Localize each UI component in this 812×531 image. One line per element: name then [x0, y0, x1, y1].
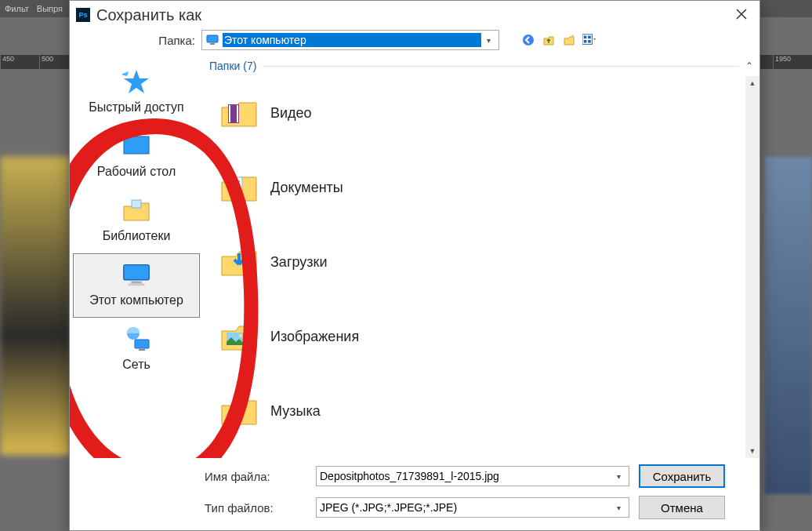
menu-item[interactable]: Фильт	[5, 4, 29, 13]
svg-rect-10	[132, 200, 141, 208]
svg-rect-19	[237, 105, 238, 122]
chevron-down-icon: ▾	[611, 472, 625, 481]
close-icon	[736, 7, 747, 24]
places-desktop[interactable]: Рабочий стол	[70, 125, 203, 189]
chevron-down-icon: ▾	[611, 504, 625, 512]
file-list[interactable]: Видео Документы Загрузки	[203, 76, 759, 458]
desktop-icon	[121, 132, 152, 160]
places-network[interactable]: Сеть	[70, 318, 203, 382]
dialog-title: Сохранить как	[96, 6, 730, 24]
svg-rect-15	[135, 340, 149, 348]
collapse-chevron-icon[interactable]: ⌃	[745, 60, 753, 71]
filename-input[interactable]: Depositphotos_71739891_l-2015.jpg ▾	[316, 466, 629, 486]
libraries-icon	[121, 196, 152, 224]
dialog-footer: Имя файла: Depositphotos_71739891_l-2015…	[70, 458, 759, 530]
folder-documents[interactable]: Документы	[203, 151, 759, 225]
group-header-label: Папки (7)	[209, 60, 256, 72]
dialog-toolbar: Папка: Этот компьютер ▾	[70, 29, 759, 56]
folder-dropdown-value: Этот компьютер	[223, 33, 481, 47]
svg-rect-5	[588, 36, 591, 39]
places-label: Библиотеки	[103, 229, 171, 243]
photoshop-app-icon: Ps	[76, 8, 90, 22]
folder-pictures[interactable]: Изображения	[203, 300, 759, 374]
dialog-titlebar: Ps Сохранить как	[70, 1, 759, 29]
places-bar: Быстрый доступ Рабочий стол Библиотеки Э…	[70, 56, 203, 458]
folder-label: Документы	[270, 180, 343, 196]
svg-rect-18	[229, 105, 230, 122]
canvas-edge	[765, 157, 812, 494]
folder-downloads[interactable]: Загрузки	[203, 225, 759, 300]
video-folder-icon	[219, 93, 259, 134]
back-button[interactable]	[521, 33, 535, 47]
this-pc-icon	[205, 33, 219, 47]
places-label: Быстрый доступ	[89, 100, 184, 115]
filetype-label: Тип файлов:	[205, 501, 306, 515]
svg-rect-6	[584, 40, 587, 43]
folder-label: Видео	[270, 105, 312, 122]
places-libraries[interactable]: Библиотеки	[70, 189, 203, 253]
folder-music[interactable]: Музыка	[203, 374, 759, 449]
folder-label: Изображения	[270, 329, 359, 345]
save-button[interactable]: Сохранить	[639, 464, 725, 488]
places-this-pc[interactable]: Этот компьютер	[73, 253, 200, 318]
folder-label: Музыка	[270, 403, 321, 420]
network-icon	[121, 325, 152, 353]
svg-point-2	[523, 35, 534, 45]
this-pc-icon	[121, 260, 152, 289]
places-label: Рабочий стол	[97, 165, 176, 179]
save-as-dialog: Ps Сохранить как Папка: Этот компьютер ▾	[69, 0, 760, 531]
svg-rect-22	[232, 184, 240, 185]
svg-rect-21	[232, 180, 240, 182]
svg-rect-7	[588, 40, 591, 43]
svg-rect-12	[131, 282, 141, 284]
folder-group-header[interactable]: Папки (7) ⌃	[203, 56, 759, 76]
svg-rect-4	[584, 36, 587, 39]
vertical-scrollbar[interactable]: ▲ ▼	[745, 76, 759, 458]
close-button[interactable]	[730, 3, 753, 27]
scroll-track[interactable]	[745, 90, 759, 444]
cancel-button[interactable]: Отмена	[639, 496, 725, 519]
svg-rect-8	[124, 136, 149, 154]
folder-label: Загрузки	[270, 254, 327, 271]
menu-item[interactable]: Выпря	[37, 4, 63, 13]
canvas-edge	[0, 157, 71, 455]
filename-label: Имя файла:	[205, 470, 306, 483]
filetype-value: JPEG (*.JPG;*.JPEG;*.JPE)	[320, 501, 611, 514]
pictures-folder-icon	[219, 317, 259, 358]
svg-rect-1	[210, 43, 215, 45]
svg-point-24	[239, 334, 242, 337]
filename-value: Depositphotos_71739891_l-2015.jpg	[320, 470, 611, 482]
downloads-folder-icon	[219, 242, 259, 283]
places-label: Сеть	[122, 358, 150, 372]
places-quick-access[interactable]: Быстрый доступ	[70, 60, 203, 125]
view-menu-button[interactable]	[582, 33, 596, 47]
filetype-dropdown[interactable]: JPEG (*.JPG;*.JPEG;*.JPE) ▾	[316, 497, 629, 518]
file-list-pane: Папки (7) ⌃ Видео Документы	[203, 56, 759, 458]
chevron-down-icon: ▾	[481, 36, 495, 45]
folder-dropdown[interactable]: Этот компьютер ▾	[201, 30, 499, 50]
svg-rect-16	[139, 349, 145, 351]
documents-folder-icon	[219, 168, 259, 209]
new-folder-button[interactable]	[562, 33, 576, 47]
svg-rect-0	[207, 35, 218, 42]
scroll-down-icon[interactable]: ▼	[745, 444, 759, 458]
scroll-up-icon[interactable]: ▲	[745, 76, 759, 90]
folder-dropdown-label: Папка:	[76, 34, 201, 47]
svg-rect-11	[124, 265, 149, 280]
star-icon	[121, 67, 152, 96]
music-folder-icon	[219, 391, 259, 432]
svg-rect-13	[129, 283, 145, 286]
places-label: Этот компьютер	[89, 293, 183, 307]
folder-videos[interactable]: Видео	[203, 76, 759, 151]
up-one-level-button[interactable]	[542, 33, 556, 47]
